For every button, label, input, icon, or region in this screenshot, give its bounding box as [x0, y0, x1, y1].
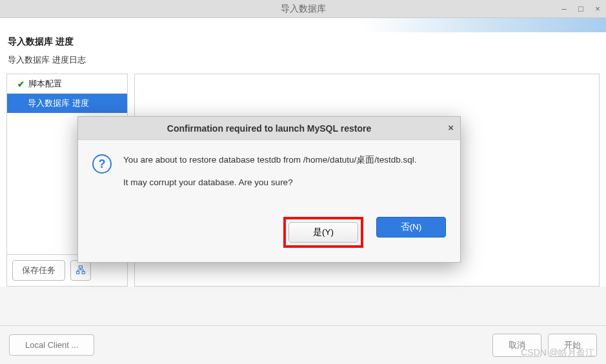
question-icon: ?: [92, 154, 112, 174]
window-close-button[interactable]: ×: [593, 4, 602, 14]
window-maximize-button[interactable]: □: [576, 4, 585, 14]
tree-icon: [76, 267, 85, 276]
page-subheader: 导入数据库 进度日志: [0, 54, 606, 74]
dialog-close-button[interactable]: ×: [448, 122, 454, 133]
start-button[interactable]: 开始: [548, 334, 597, 357]
sidebar-item-label: 导入数据库 进度: [28, 97, 89, 109]
window-controls: – □ ×: [560, 0, 602, 17]
window-title: 导入数据库: [281, 3, 326, 15]
save-task-button[interactable]: 保存任务: [12, 260, 65, 281]
svg-rect-5: [76, 271, 79, 274]
footer-bar: Local Client ... 取消 开始: [0, 325, 606, 364]
local-client-button[interactable]: Local Client ...: [9, 334, 94, 356]
dialog-titlebar: Confirmation required to launch MySQL re…: [78, 117, 460, 140]
subheader-text: 导入数据库 进度日志: [8, 55, 86, 65]
sidebar-tree-icon-button[interactable]: [70, 260, 91, 281]
sidebar-item-script-config[interactable]: ✔ 脚本配置: [7, 74, 127, 94]
cancel-button[interactable]: 取消: [492, 334, 541, 357]
dialog-actions: 是(Y) 否(N): [78, 205, 460, 262]
dialog-message-line1: You are about to restore database testdb…: [123, 154, 417, 166]
sidebar-item-import-progress[interactable]: 导入数据库 进度: [7, 94, 127, 113]
svg-rect-0: [79, 265, 82, 268]
sidebar-item-label: 脚本配置: [28, 78, 62, 90]
svg-rect-6: [82, 271, 85, 274]
header-gradient: [0, 18, 606, 32]
page-header: 导入数据库 进度: [0, 32, 606, 54]
dialog-body: ? You are about to restore database test…: [78, 140, 460, 205]
check-icon: ✔: [17, 79, 25, 89]
no-button[interactable]: 否(N): [376, 217, 446, 238]
yes-button-highlight: 是(Y): [283, 217, 363, 248]
dialog-title: Confirmation required to launch MySQL re…: [167, 123, 371, 134]
yes-button[interactable]: 是(Y): [288, 222, 358, 243]
window-minimize-button[interactable]: –: [560, 4, 569, 14]
window-titlebar: 导入数据库 – □ ×: [0, 0, 606, 18]
dialog-message-line2: It may corrupt your database. Are you su…: [123, 177, 417, 187]
confirmation-dialog: Confirmation required to launch MySQL re…: [77, 116, 461, 263]
page-title: 导入数据库 进度: [8, 36, 74, 46]
dialog-text: You are about to restore database testdb…: [123, 154, 417, 199]
